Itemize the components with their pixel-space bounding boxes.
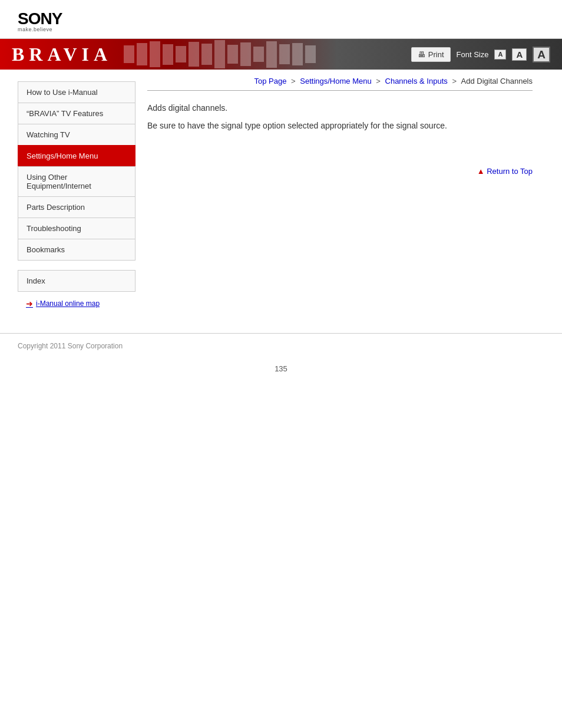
bravia-title: BRAVIA [12,44,112,65]
sidebar-item-troubleshooting[interactable]: Troubleshooting [18,218,135,239]
title-divider [147,90,533,91]
main-layout: How to Use i-Manual “BRAVIA” TV Features… [0,70,562,327]
print-label: Print [428,50,444,59]
sep3: > [452,77,458,85]
bar-9 [227,45,238,64]
sidebar-item-parts-description[interactable]: Parts Description [18,196,135,218]
sidebar-item-using-other[interactable]: Using Other Equipment/Internet [18,166,135,196]
font-large-button[interactable]: A [533,47,550,62]
sep1: > [291,77,297,85]
banner-controls: 🖶 Print Font Size A A A [411,47,550,62]
font-size-label: Font Size [457,50,489,59]
sidebar: How to Use i-Manual “BRAVIA” TV Features… [18,70,135,327]
content-body: Adds digital channels. Be sure to have t… [147,101,533,155]
online-map-label: i-Manual online map [36,299,100,308]
breadcrumb-top-page[interactable]: Top Page [254,77,286,85]
bar-7 [201,44,212,65]
bar-2 [137,43,147,65]
bar-8 [214,40,225,68]
bar-3 [150,41,160,67]
breadcrumb: Top Page > Settings/Home Menu > Channels… [147,70,533,90]
sony-tagline: make.believe [18,27,544,32]
bar-13 [279,44,290,64]
breadcrumb-current: Add Digital Channels [461,77,533,85]
return-to-top-link[interactable]: Return to Top [477,167,533,176]
page-number: 135 [0,358,562,391]
bar-6 [189,42,199,67]
bar-10 [240,42,251,66]
font-small-button[interactable]: A [494,50,506,60]
bar-5 [176,46,186,62]
bar-12 [266,41,277,68]
footer: Copyright 2011 Sony Corporation [0,333,562,358]
copyright-text: Copyright 2011 Sony Corporation [18,342,123,350]
sidebar-item-bravia-features[interactable]: “BRAVIA” TV Features [18,103,135,124]
content-area: Top Page > Settings/Home Menu > Channels… [135,70,544,327]
sony-logo: SONY make.believe [18,11,544,32]
sidebar-item-watching-tv[interactable]: Watching TV [18,124,135,145]
bar-1 [124,45,134,63]
bar-15 [305,45,316,63]
sidebar-item-bookmarks[interactable]: Bookmarks [18,239,135,261]
nav-divider [18,261,135,270]
bravia-banner: BRAVIA 🖶 Print Font Size A A A [0,39,562,70]
return-to-top: Return to Top [147,155,533,182]
content-para2: Be sure to have the signal type option s… [147,119,533,132]
bar-14 [292,43,303,65]
sony-brand: SONY [18,11,544,27]
sidebar-item-how-to-use[interactable]: How to Use i-Manual [18,81,135,103]
breadcrumb-settings-home[interactable]: Settings/Home Menu [300,77,371,85]
banner-decoration [124,40,411,68]
print-button[interactable]: 🖶 Print [411,47,451,62]
font-medium-button[interactable]: A [512,48,527,61]
breadcrumb-channels-inputs[interactable]: Channels & Inputs [385,77,448,85]
logo-area: SONY make.believe [0,0,562,39]
sidebar-item-index[interactable]: Index [18,270,135,292]
sep2: > [376,77,382,85]
online-map-link[interactable]: ➜ i-Manual online map [18,292,135,315]
content-para1: Adds digital channels. [147,101,533,114]
sidebar-item-settings-home[interactable]: Settings/Home Menu [18,145,135,166]
bar-4 [163,44,173,65]
print-icon: 🖶 [418,50,425,59]
arrow-icon: ➜ [26,299,33,308]
bar-11 [253,47,264,62]
